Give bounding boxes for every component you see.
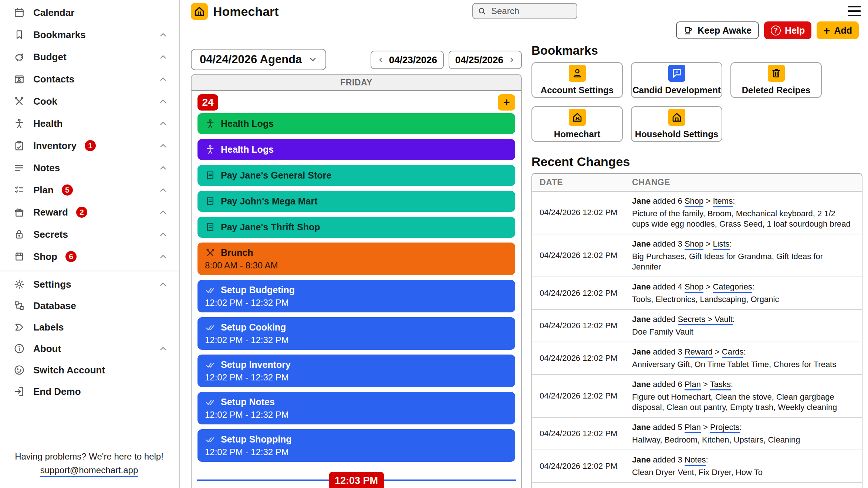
agenda-event[interactable]: Pay Jane's Thrift Shop [197,217,515,238]
double-check-icon [205,434,216,445]
event-title: Brunch [221,247,253,258]
homechart-logo-icon: .H. [569,109,586,126]
bookmark-card-account-settings[interactable]: Account Settings [531,62,623,98]
sidebar-item-health[interactable]: Health [0,112,179,135]
agenda-event[interactable]: Setup Shopping 12:02 PM - 12:32 PM [197,429,515,462]
bookmark-card-homechart[interactable]: .H. Homechart [531,106,623,142]
chevron-up-icon[interactable] [158,74,168,84]
sidebar-item-database[interactable]: Database [0,295,179,316]
chevron-up-icon[interactable] [158,30,168,40]
change-link[interactable]: Secrets > Vault [678,315,733,325]
recent-changes-title: Recent Changes [531,155,630,169]
chevron-up-icon[interactable] [158,163,168,173]
change-link[interactable]: Shop [685,239,703,250]
person-icon [569,65,586,82]
table-row: 04/24/2026 12:02 PM Jane added 6 Plan > … [532,375,862,418]
chevron-up-icon[interactable] [158,185,168,195]
menu-icon[interactable] [848,6,861,16]
change-link[interactable]: Plan [685,423,701,433]
day-add-button[interactable]: + [498,94,515,111]
keep-awake-button[interactable]: Keep Awake [676,21,759,39]
change-link[interactable]: Shop [685,282,703,293]
sidebar-item-reward[interactable]: Reward 2 [0,201,179,223]
sidebar-item-contacts[interactable]: Contacts [0,68,179,90]
sidebar-item-label: Switch Account [33,365,105,376]
bookmark-card-candid-development[interactable]: #! Candid Development [631,62,722,98]
svg-text:.H.: .H. [196,10,202,16]
change-detail: Doe Family Vault [632,327,853,337]
bookmark-label: Household Settings [635,129,718,139]
sidebar-item-inventory[interactable]: Inventory 1 [0,135,179,157]
chevron-up-icon[interactable] [158,344,168,353]
sidebar-item-notes[interactable]: Notes [0,157,179,179]
support-email-link[interactable]: support@homechart.app [40,465,138,477]
event-title: Setup Budgeting [221,285,295,295]
next-date-button[interactable]: 04/25/2026 [449,51,522,69]
change-link[interactable]: Projects [710,423,739,433]
sidebar-item-label: Labels [33,322,64,333]
sidebar-item-labels[interactable]: Labels [0,316,179,338]
chevron-up-icon[interactable] [158,96,168,106]
change-heading: Jane added 6 Plan > Tasks: [632,379,853,390]
change-link[interactable]: Items [713,196,733,207]
chevron-up-icon[interactable] [158,52,168,62]
chevron-up-icon[interactable] [158,279,168,289]
contact-card-icon [13,73,25,85]
agenda-event[interactable]: Setup Notes 12:02 PM - 12:32 PM [197,392,515,424]
change-link[interactable]: Cards [722,347,744,358]
sidebar-item-shop[interactable]: Shop 6 [0,245,179,268]
event-time: 12:02 PM - 12:32 PM [205,335,508,345]
change-link[interactable]: Tasks [710,380,731,390]
agenda-event[interactable]: Health Logs [197,113,515,134]
agenda-event[interactable]: Pay Jane's General Store [197,165,515,186]
agenda-event[interactable]: Brunch 8:00 AM - 8:30 AM [197,243,515,275]
sidebar-item-calendar[interactable]: Calendar [0,1,179,24]
change-detail: Big Purchases, Gift Ideas for Grandma, G… [632,251,853,272]
agenda-event[interactable]: Pay John's Mega Mart [197,191,515,212]
sidebar-item-label: Calendar [33,7,74,18]
bookmark-card-deleted-recipes[interactable]: Deleted Recipes [730,62,822,98]
recent-changes-table: DATE CHANGE 04/24/2026 12:02 PM Jane add… [531,173,862,488]
search-input[interactable] [490,6,572,17]
sidebar-item-bookmarks[interactable]: Bookmarks [0,24,179,46]
change-link[interactable]: Reward [685,347,713,358]
sidebar-item-secrets[interactable]: Secrets [0,223,179,245]
chevron-up-icon[interactable] [158,141,168,150]
agenda-event[interactable]: Setup Budgeting 12:02 PM - 12:32 PM [197,280,515,312]
day-number-badge[interactable]: 24 [197,94,218,111]
agenda-event[interactable]: Setup Inventory 12:02 PM - 12:32 PM [197,355,515,387]
chevron-up-icon[interactable] [158,230,168,239]
sidebar-item-plan[interactable]: Plan 5 [0,179,179,201]
change-link[interactable]: Lists [713,239,729,250]
sidebar-item-label: Secrets [33,229,68,240]
add-button[interactable]: + Add [817,21,859,39]
sidebar-item-cook[interactable]: Cook [0,90,179,112]
info-icon [13,343,25,355]
sidebar-item-about[interactable]: About [0,338,179,359]
change-link[interactable]: Plan [685,380,701,390]
support-text: Having problems? We're here to help! [0,450,178,463]
mug-icon [683,26,693,35]
sidebar-item-label: Inventory [33,140,77,152]
chevron-up-icon[interactable] [158,207,168,217]
change-link[interactable]: Shop [685,196,703,207]
agenda-event[interactable]: Health Logs [197,139,515,160]
search-bar[interactable] [472,3,577,19]
change-link[interactable]: Notes [685,455,706,466]
chevron-up-icon[interactable] [158,252,168,261]
sidebar-item-label: Contacts [33,74,74,85]
change-date: 04/24/2026 12:02 PM [532,347,632,370]
help-button[interactable]: ? Help [764,21,811,39]
sidebar-item-switch-account[interactable]: Switch Account [0,359,179,381]
chevron-up-icon[interactable] [158,119,168,128]
sidebar-item-budget[interactable]: Budget [0,46,179,68]
sidebar-item-settings[interactable]: Settings [0,274,179,295]
prev-date-button[interactable]: 04/23/2026 [371,51,444,69]
bookmark-label: Candid Development [632,85,721,95]
agenda-event[interactable]: Setup Cooking 12:02 PM - 12:32 PM [197,317,515,350]
sidebar-item-end-demo[interactable]: End Demo [0,381,179,402]
bookmark-card-household-settings[interactable]: Household Settings [631,106,722,142]
change-heading: Jane added Secrets > Vault: [632,314,853,325]
change-link[interactable]: Categories [713,282,752,293]
next-date-label: 04/25/2026 [455,54,503,66]
